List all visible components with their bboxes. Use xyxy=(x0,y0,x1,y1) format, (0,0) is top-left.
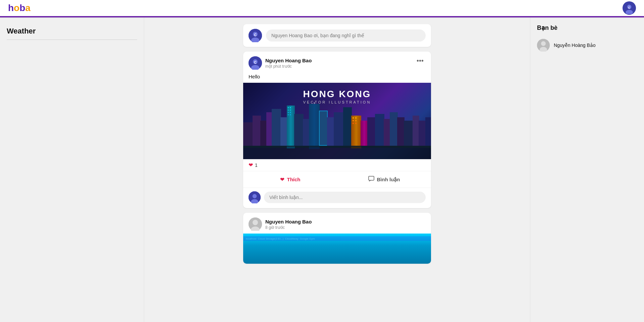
post-author-avatar-2 xyxy=(249,217,262,231)
svg-rect-43 xyxy=(425,117,431,146)
svg-rect-36 xyxy=(375,114,384,146)
post-author-name: Nguyen Hoang Bao xyxy=(265,58,312,63)
weather-widget-title: Weather xyxy=(7,27,137,40)
svg-rect-26 xyxy=(319,111,328,146)
friends-title: Bạn bè xyxy=(537,24,637,31)
topbar: hoba C xyxy=(0,0,644,17)
logo-letter-o: o xyxy=(14,3,19,13)
svg-rect-63 xyxy=(369,176,374,180)
svg-rect-55 xyxy=(355,120,357,121)
page-layout: Weather C xyxy=(0,17,644,322)
svg-rect-35 xyxy=(367,117,376,146)
comment-label: Bình luận xyxy=(377,177,400,183)
skyline-illustration xyxy=(243,102,431,159)
svg-rect-21 xyxy=(287,106,295,146)
post-image-label: HONG KONG VECTOR ILLUSTRATION xyxy=(243,89,431,104)
svg-rect-41 xyxy=(413,116,419,146)
post-input-avatar: C xyxy=(249,29,262,42)
svg-rect-54 xyxy=(353,120,354,121)
svg-rect-30 xyxy=(343,107,352,146)
svg-rect-52 xyxy=(353,117,354,119)
heart-icon: ❤ xyxy=(249,162,253,168)
post-reactions: ❤ 1 xyxy=(243,159,431,171)
friend-name: Nguyễn Hoàng Bảo xyxy=(554,43,596,48)
svg-rect-23 xyxy=(303,119,310,146)
svg-rect-25 xyxy=(309,104,320,146)
post-text: Hello xyxy=(243,72,431,83)
user-avatar-nav[interactable]: C xyxy=(623,1,636,15)
svg-rect-42 xyxy=(419,121,426,146)
post-input-field[interactable] xyxy=(266,29,426,42)
logo-letter-a: a xyxy=(25,3,31,13)
svg-rect-14 xyxy=(243,122,253,146)
post-author-info-2: Nguyen Hoang Bao 8 giờ trước xyxy=(249,217,312,231)
svg-rect-17 xyxy=(266,112,272,146)
like-label: Thích xyxy=(287,177,301,182)
post-time: một phút trước xyxy=(265,64,312,69)
post-image-subtitle: VECTOR ILLUSTRATION xyxy=(243,100,431,104)
post-card-2: Nguyen Hoang Bao 8 giờ trước localhost C… xyxy=(243,213,431,264)
post-card: C Nguyen Hoang Bao một phút trước ••• He… xyxy=(243,52,431,208)
svg-rect-46 xyxy=(288,110,289,111)
svg-rect-37 xyxy=(384,119,390,146)
post-image: HONG KONG VECTOR ILLUSTRATION xyxy=(243,83,431,159)
post-actions: ❤ Thích Bình luận xyxy=(243,171,431,188)
svg-rect-39 xyxy=(397,117,405,146)
post-image-title: HONG KONG xyxy=(243,89,431,100)
svg-text:C: C xyxy=(254,61,256,64)
svg-rect-50 xyxy=(288,114,289,115)
svg-rect-34 xyxy=(361,121,368,146)
svg-rect-18 xyxy=(272,109,281,146)
svg-point-66 xyxy=(253,194,257,198)
svg-rect-28 xyxy=(327,117,334,146)
post-author-avatar: C xyxy=(249,56,262,70)
friend-avatar xyxy=(537,39,550,52)
main-feed: C C Nguyen Hoan xyxy=(144,17,530,322)
logo-letter-b: b xyxy=(19,3,25,13)
post-input-card: C xyxy=(243,24,431,47)
post-author-details: Nguyen Hoang Bao một phút trước xyxy=(265,58,312,69)
svg-rect-49 xyxy=(290,112,291,113)
comment-icon xyxy=(368,176,374,183)
svg-rect-51 xyxy=(290,114,291,115)
comment-avatar xyxy=(249,191,261,203)
like-button[interactable]: ❤ Thích xyxy=(243,173,337,186)
svg-rect-16 xyxy=(260,121,267,146)
comment-button[interactable]: Bình luận xyxy=(337,173,431,186)
svg-rect-22 xyxy=(294,114,304,146)
comment-input-field[interactable] xyxy=(264,192,426,203)
left-sidebar: Weather xyxy=(0,17,144,322)
svg-rect-38 xyxy=(390,112,398,146)
post-header-2: Nguyen Hoang Bao 8 giờ trước xyxy=(243,213,431,234)
post-author-details-2: Nguyen Hoang Bao 8 giờ trước xyxy=(265,219,312,230)
friend-item[interactable]: Nguyễn Hoàng Bảo xyxy=(537,37,637,54)
post-time-2: 8 giờ trước xyxy=(265,225,312,230)
svg-point-69 xyxy=(253,220,258,225)
svg-rect-45 xyxy=(290,107,291,108)
svg-rect-53 xyxy=(355,117,357,119)
svg-rect-57 xyxy=(355,123,357,124)
post-author-name-2: Nguyen Hoang Bao xyxy=(265,219,312,224)
svg-rect-40 xyxy=(404,121,413,146)
heart-action-icon: ❤ xyxy=(280,177,284,183)
svg-rect-19 xyxy=(280,117,288,146)
right-sidebar: Bạn bè Nguyễn Hoàng Bảo xyxy=(530,17,644,322)
post-header: C Nguyen Hoang Bao một phút trước ••• xyxy=(243,52,431,72)
post-comment-input xyxy=(243,188,431,208)
post-screenshot-preview: localhost Cloud Stroage(3 Ei...) CloudAw… xyxy=(243,234,431,264)
svg-text:C: C xyxy=(254,33,256,37)
svg-rect-47 xyxy=(290,110,291,111)
post-more-button[interactable]: ••• xyxy=(415,56,426,65)
svg-rect-61 xyxy=(309,146,320,149)
logo-letter-h: h xyxy=(8,3,14,13)
post-author-info: C Nguyen Hoang Bao một phút trước xyxy=(249,56,312,70)
reaction-count: 1 xyxy=(255,163,258,168)
svg-rect-48 xyxy=(288,112,289,113)
svg-rect-56 xyxy=(353,123,354,124)
svg-rect-44 xyxy=(288,107,289,108)
svg-rect-15 xyxy=(253,116,261,146)
svg-text:C: C xyxy=(628,6,631,9)
svg-rect-62 xyxy=(351,146,361,148)
logo[interactable]: hoba xyxy=(8,3,31,13)
svg-rect-29 xyxy=(334,112,344,146)
